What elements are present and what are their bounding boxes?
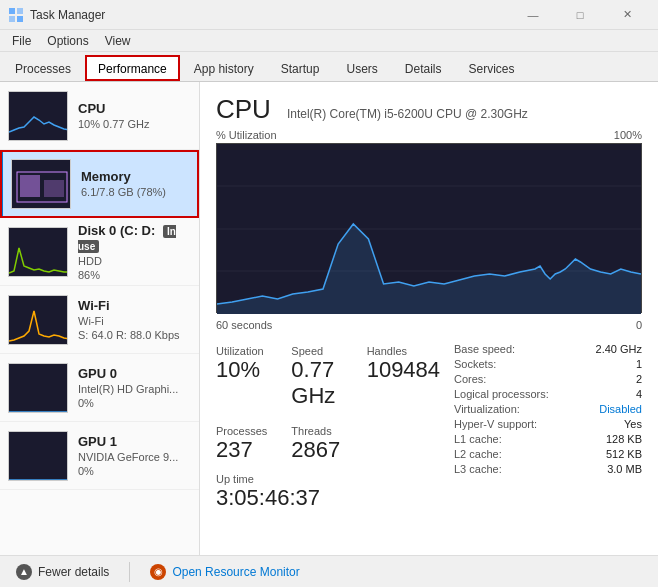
gpu0-pct: 0%: [78, 397, 191, 409]
monitor-icon: ◉: [150, 564, 166, 580]
memory-name: Memory: [81, 169, 191, 184]
cpu-name: CPU: [78, 101, 191, 116]
open-monitor-label: Open Resource Monitor: [172, 565, 299, 579]
sidebar-item-gpu1[interactable]: GPU 1 NVIDIA GeForce 9... 0%: [0, 422, 199, 490]
tabbar: Processes Performance App history Startu…: [0, 52, 658, 82]
gpu0-info: GPU 0 Intel(R) HD Graphi... 0%: [78, 366, 191, 409]
tab-startup[interactable]: Startup: [268, 55, 333, 81]
chart-time-right: 0: [636, 319, 642, 331]
stat-procs-value: 237: [216, 437, 291, 463]
memory-info: Memory 6.1/7.8 GB (78%): [81, 169, 191, 198]
tab-processes[interactable]: Processes: [2, 55, 84, 81]
fewer-details-label: Fewer details: [38, 565, 109, 579]
open-resource-monitor-button[interactable]: ◉ Open Resource Monitor: [142, 560, 307, 584]
sidebar: CPU 10% 0.77 GHz Memory 6.1/7.8 GB (78%): [0, 82, 200, 555]
info-l1cache: L1 cache: 128 KB: [454, 431, 642, 446]
wifi-speed: S: 64.0 R: 88.0 Kbps: [78, 329, 191, 341]
tab-apphistory[interactable]: App history: [181, 55, 267, 81]
tab-users[interactable]: Users: [333, 55, 390, 81]
window-controls: — □ ✕: [510, 0, 650, 30]
panel-title: CPU: [216, 94, 271, 125]
gpu1-pct: 0%: [78, 465, 191, 477]
stat-threads: Threads 2867: [291, 421, 366, 467]
menu-view[interactable]: View: [97, 32, 139, 50]
cpu-mini-graph: [8, 91, 68, 141]
window-title: Task Manager: [30, 8, 510, 22]
panel-header: CPU Intel(R) Core(TM) i5-6200U CPU @ 2.3…: [216, 94, 642, 125]
uptime-section: Up time 3:05:46:37: [216, 473, 442, 511]
maximize-button[interactable]: □: [557, 0, 603, 30]
stat-handles-value: 109484: [367, 357, 442, 383]
disk0-info: Disk 0 (C: D: In use HDD 86%: [78, 223, 191, 281]
stat-threads-value: 2867: [291, 437, 366, 463]
menu-file[interactable]: File: [4, 32, 39, 50]
tab-details[interactable]: Details: [392, 55, 455, 81]
gpu0-name: GPU 0: [78, 366, 191, 381]
info-basespeed: Base speed: 2.40 GHz: [454, 341, 642, 356]
util-label-right: 100%: [614, 129, 642, 141]
cpu-info: CPU 10% 0.77 GHz: [78, 101, 191, 130]
stat-util-value: 10%: [216, 357, 291, 383]
main-content: CPU 10% 0.77 GHz Memory 6.1/7.8 GB (78%): [0, 82, 658, 555]
uptime-value: 3:05:46:37: [216, 485, 442, 511]
svg-rect-6: [20, 175, 40, 197]
stat-util-label: Utilization: [216, 345, 291, 357]
disk-mini-graph: [8, 227, 68, 277]
sidebar-item-wifi[interactable]: Wi-Fi Wi-Fi S: 64.0 R: 88.0 Kbps: [0, 286, 199, 354]
info-hyperv: Hyper-V support: Yes: [454, 416, 642, 431]
tab-services[interactable]: Services: [456, 55, 528, 81]
sidebar-item-memory[interactable]: Memory 6.1/7.8 GB (78%): [0, 150, 199, 218]
svg-rect-3: [17, 16, 23, 22]
disk0-detail3: 86%: [78, 269, 191, 281]
svg-rect-11: [9, 432, 68, 481]
memory-mini-graph: [11, 159, 71, 209]
minimize-button[interactable]: —: [510, 0, 556, 30]
info-l3cache: L3 cache: 3.0 MB: [454, 461, 642, 476]
wifi-detail: Wi-Fi: [78, 315, 191, 327]
stat-utilization: Utilization 10%: [216, 341, 291, 413]
stat-speed-label: Speed: [291, 345, 366, 357]
svg-rect-0: [9, 8, 15, 14]
chart-time-left: 60 seconds: [216, 319, 272, 331]
info-sockets: Sockets: 1: [454, 356, 642, 371]
disk0-name: Disk 0 (C: D: In use: [78, 223, 191, 253]
fewer-details-button[interactable]: ▲ Fewer details: [8, 560, 117, 584]
stat-speed-value: 0.77 GHz: [291, 357, 366, 409]
svg-rect-10: [9, 364, 68, 413]
stat-handles-label: Handles: [367, 345, 442, 357]
chart-time-labels: 60 seconds 0: [216, 319, 642, 331]
gpu1-name: GPU 1: [78, 434, 191, 449]
svg-rect-7: [44, 180, 64, 197]
panel-subtitle: Intel(R) Core(TM) i5-6200U CPU @ 2.30GHz: [287, 107, 528, 121]
cpu-panel: CPU Intel(R) Core(TM) i5-6200U CPU @ 2.3…: [200, 82, 658, 555]
fewer-details-icon: ▲: [16, 564, 32, 580]
app-icon: [8, 7, 24, 23]
util-label-left: % Utilization: [216, 129, 277, 141]
sidebar-item-disk0[interactable]: Disk 0 (C: D: In use HDD 86%: [0, 218, 199, 286]
menubar: File Options View: [0, 30, 658, 52]
gpu1-detail: NVIDIA GeForce 9...: [78, 451, 191, 463]
svg-rect-1: [17, 8, 23, 14]
wifi-name: Wi-Fi: [78, 298, 191, 313]
stat-handles: Handles 109484: [367, 341, 442, 413]
disk0-detail2: HDD: [78, 255, 191, 267]
menu-options[interactable]: Options: [39, 32, 96, 50]
svg-rect-2: [9, 16, 15, 22]
sidebar-item-gpu0[interactable]: GPU 0 Intel(R) HD Graphi... 0%: [0, 354, 199, 422]
gpu0-detail: Intel(R) HD Graphi...: [78, 383, 191, 395]
cpu-chart: [216, 143, 642, 313]
sidebar-item-cpu[interactable]: CPU 10% 0.77 GHz: [0, 82, 199, 150]
divider: [129, 562, 130, 582]
gpu1-info: GPU 1 NVIDIA GeForce 9... 0%: [78, 434, 191, 477]
close-button[interactable]: ✕: [604, 0, 650, 30]
cpu-info-panel: Base speed: 2.40 GHz Sockets: 1 Cores: 2…: [442, 341, 642, 511]
wifi-mini-graph: [8, 295, 68, 345]
util-labels: % Utilization 100%: [216, 129, 642, 141]
info-virtualization: Virtualization: Disabled: [454, 401, 642, 416]
titlebar: Task Manager — □ ✕: [0, 0, 658, 30]
gpu1-mini-graph: [8, 431, 68, 481]
cpu-detail: 10% 0.77 GHz: [78, 118, 191, 130]
stat-procs-label: Processes: [216, 425, 291, 437]
info-logical-procs: Logical processors: 4: [454, 386, 642, 401]
tab-performance[interactable]: Performance: [85, 55, 180, 81]
